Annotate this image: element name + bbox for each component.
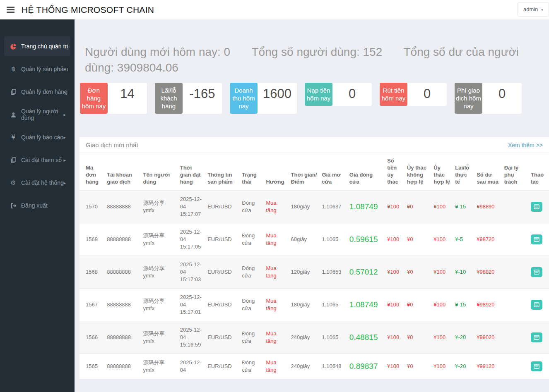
stat-card-orders-today: Đơn hàng hôm nay 14 — [80, 83, 147, 114]
col-username: Tên người dùng — [140, 153, 177, 191]
sidebar-item-products[interactable]: ฿ Quản lý sản phẩm ▸ — [4, 59, 70, 79]
table-row: 1568 88888888 源码分享 ymfx 2025-12-04 15:17… — [79, 256, 549, 289]
cell-valid-entrust: ¥100 — [431, 256, 453, 289]
col-agent: Đại lý phụ trách — [502, 153, 528, 191]
cell-valid-entrust: ¥100 — [431, 223, 453, 256]
cell-order-time: 2025-12-04 15:17:03 — [178, 256, 205, 289]
cell-username: 源码分享 ymfx — [140, 191, 177, 223]
cell-close-price: 0.59615 — [347, 223, 385, 256]
col-entrust-amount: Số tiền ủy thác — [385, 153, 405, 191]
cell-balance-after: ¥98720 — [474, 223, 501, 256]
row-action-button[interactable] — [531, 361, 542, 371]
cell-balance-after: ¥98920 — [474, 289, 501, 321]
cell-direction: Mua tăng — [263, 223, 288, 256]
row-action-button[interactable] — [531, 300, 542, 310]
col-balance-after: Số dư sau mua — [474, 153, 501, 191]
cell-product: EUR/USD — [205, 256, 239, 289]
cell-period: 180giây — [289, 289, 320, 321]
stat-card-label: Đơn hàng hôm nay — [80, 83, 108, 114]
cell-actual-pl: ¥-15 — [453, 191, 474, 223]
sidebar-item-orders[interactable]: Quản lý đơn hàng ▸ — [4, 82, 70, 102]
cell-balance-after: ¥99120 — [474, 354, 501, 379]
cell-valid-entrust: ¥100 — [431, 321, 453, 354]
stat-card-value: 0 — [332, 83, 372, 106]
cell-period: 120giây — [289, 256, 320, 289]
summary-stats: Người dùng mới hôm nay: 0 Tổng số người … — [85, 44, 532, 76]
sidebar-item-label: Quản lý sản phẩm — [21, 66, 68, 72]
cell-username: 源码分享 ymfx — [140, 321, 177, 354]
sidebar-item-parameters[interactable]: Cài đặt tham số ▸ — [4, 150, 70, 170]
cell-actual-pl: ¥-20 — [453, 354, 474, 379]
logout-icon — [9, 202, 17, 209]
panel-title: Giao dịch mới nhất — [86, 141, 138, 148]
cell-entrust-amount: ¥100 — [385, 289, 405, 321]
yen-icon: ¥ — [9, 134, 17, 141]
stat-card-revenue-today: Doanh thu hôm nay 1600 — [230, 83, 297, 114]
cell-agent — [502, 223, 528, 256]
cell-order-time: 2025-12-04 15:17:05 — [178, 223, 205, 256]
cell-order-time: 2025-12-04 15:16:59 — [178, 321, 205, 354]
cell-valid-entrust: ¥100 — [431, 354, 453, 379]
cell-order-id: 1567 — [79, 289, 104, 321]
cell-invalid-entrust: ¥0 — [405, 289, 431, 321]
cell-entrust-amount: ¥100 — [385, 321, 405, 354]
cell-actual-pl: ¥-15 — [453, 289, 474, 321]
cell-open-price: 1.10648 — [319, 354, 347, 379]
cell-agent — [502, 289, 528, 321]
row-action-button[interactable] — [531, 267, 542, 277]
sidebar-item-system-settings[interactable]: ⚙ Cài đặt hệ thống ▸ — [4, 173, 70, 193]
dashboard-icon — [9, 43, 17, 50]
cell-balance-after: ¥99020 — [474, 321, 501, 354]
cell-order-id: 1566 — [79, 321, 104, 354]
sidebar-item-users[interactable]: Quản lý người dùng ▸ — [4, 105, 70, 124]
latest-transactions-panel: Giao dịch mới nhất Xem thêm >> Mã đơn hà… — [79, 137, 549, 379]
sidebar-item-reports[interactable]: ¥ Quản lý báo cáo ▸ — [4, 127, 70, 147]
cell-close-price: 0.48815 — [347, 321, 385, 354]
cell-username: 源码分享 ymfx — [140, 256, 177, 289]
sidebar-item-label: Quản lý báo cáo — [21, 134, 63, 141]
col-order-time: Thời gian đặt hàng — [178, 153, 205, 191]
stat-card-value: 14 — [108, 83, 147, 114]
cell-status: Đóng cửa — [239, 191, 263, 223]
chevron-right-icon: ▸ — [63, 67, 66, 72]
stat-card-value: 0 — [482, 83, 522, 114]
stat-card-value: 1600 — [258, 83, 297, 114]
col-invalid-entrust: Ủy thác không hợp lệ — [405, 153, 431, 191]
cell-entrust-amount: ¥100 — [385, 256, 405, 289]
cell-product: EUR/USD — [205, 289, 239, 321]
col-period: Thời gian/ Điểm — [289, 153, 320, 191]
cell-account: 88888888 — [104, 223, 140, 256]
bitcoin-icon: ฿ — [9, 65, 17, 73]
sidebar-item-logout[interactable]: Đăng xuất — [4, 196, 70, 215]
cell-invalid-entrust: ¥0 — [405, 354, 431, 379]
see-more-link[interactable]: Xem thêm >> — [508, 142, 543, 148]
cell-order-id: 1565 — [79, 354, 104, 379]
table-row: 1565 88888888 源码分享 ymfx 2025-12-04 EUR/U… — [79, 354, 549, 379]
stat-card-value: -165 — [183, 83, 222, 114]
gears-icon: ⚙ — [9, 179, 17, 186]
row-action-button[interactable] — [531, 332, 542, 342]
stat-new-users-today: Người dùng mới hôm nay: 0 — [85, 45, 230, 58]
cell-agent — [502, 256, 528, 289]
sidebar: Trang chủ quản trị ฿ Quản lý sản phẩm ▸ … — [0, 19, 75, 392]
col-valid-entrust: Ủy thác hợp lệ — [431, 153, 453, 191]
row-action-button[interactable] — [531, 202, 542, 212]
stat-card-value: 0 — [407, 83, 447, 106]
sidebar-item-dashboard[interactable]: Trang chủ quản trị — [4, 36, 70, 56]
stat-cards-row: Đơn hàng hôm nay 14 Lãi/lỗ khách hàng -1… — [80, 83, 549, 114]
cell-period: 60giây — [289, 223, 320, 256]
table-row: 1570 88888888 源码分享 ymfx 2025-12-04 15:17… — [79, 191, 549, 223]
cell-period: 180giây — [289, 191, 320, 223]
main-content: Người dùng mới hôm nay: 0 Tổng số người … — [75, 19, 549, 392]
row-action-button[interactable] — [531, 234, 542, 244]
users-icon — [9, 111, 17, 118]
col-actions: Thao tác — [528, 153, 549, 191]
cell-open-price: 1.10653 — [319, 256, 347, 289]
user-menu-button[interactable]: admin ▾ — [518, 2, 549, 17]
cell-product: EUR/USD — [205, 191, 239, 223]
cell-entrust-amount: ¥100 — [385, 223, 405, 256]
cell-username: 源码分享 ymfx — [140, 354, 177, 379]
cell-invalid-entrust: ¥0 — [405, 191, 431, 223]
sidebar-toggle-icon[interactable] — [7, 5, 15, 14]
cell-direction: Mua tăng — [263, 191, 288, 223]
